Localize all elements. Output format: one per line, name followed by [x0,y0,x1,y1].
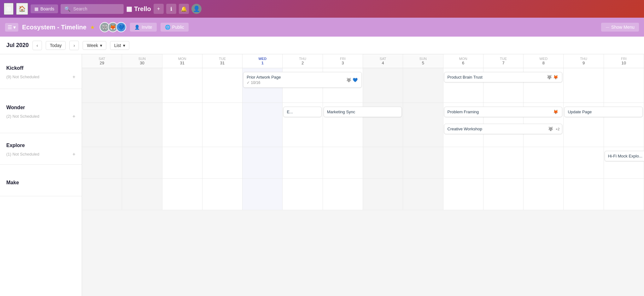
day-header-11: WED 8 [524,54,564,68]
card-avatar: 🦊 [552,74,559,81]
boards-button[interactable]: ▦ Boards [31,4,58,13]
wonder-title[interactable]: Wonder [6,105,75,110]
chevron-down-icon: ▾ [100,43,102,48]
cell-explore-5 [283,147,323,178]
kickoff-subtitle: (9) Not Scheduled + [0,73,82,84]
star-icon[interactable]: ★ [90,24,95,30]
cell-kickoff-13 [604,68,644,103]
notifications-button[interactable]: 🔔 [179,4,189,14]
event-card[interactable]: Problem Framing🦊 [444,107,563,117]
home-icon[interactable]: 🏠 [16,3,28,15]
explore-add-icon[interactable]: + [73,151,75,157]
card-title: Marketing Sync [327,110,399,114]
cell-explore-2 [162,147,202,178]
today-button[interactable]: Today [46,41,66,50]
day-name: MON [164,57,201,61]
next-arrow[interactable]: › [69,41,79,50]
add-button[interactable]: + [154,4,164,14]
card-title: E... [287,110,318,114]
cell-explore-11 [524,147,564,178]
event-card[interactable]: Hi-Fi Mock Explo... [605,151,644,161]
search-box[interactable]: 🔍 [61,4,124,14]
day-num: 7 [485,61,522,65]
grid-menu-icon[interactable]: ⊞ [4,3,14,15]
card-title: Product Brain Trust [448,75,559,80]
trello-logo-text: Trello [134,5,151,13]
calendar-grid: SAT 29SUN 30MON 31TUE 31WED 1THU 2FRI 3S… [82,54,644,210]
grid-row-explore: Hi-Fi Mock Explo... [82,147,644,179]
day-num: 29 [83,61,120,65]
day-num: 6 [445,61,482,65]
cell-wonder-8 [403,103,443,147]
cell-make-9 [443,179,483,210]
day-name: SAT [364,57,401,61]
board-title[interactable]: Ecosystem - Timeline [22,24,86,31]
board-header: ☰ ▾ Ecosystem - Timeline ★ 🐺 🦊 💙 👤 Invit… [0,18,644,37]
invite-button[interactable]: 👤 Invite [130,23,156,32]
kickoff-title[interactable]: Kickoff [6,65,75,71]
week-label: Week [87,43,98,48]
week-dropdown[interactable]: Week ▾ [83,41,106,50]
search-input[interactable] [73,6,117,11]
explore-not-scheduled: (1) Not Scheduled [6,152,39,157]
kickoff-header: Kickoff [0,59,82,73]
day-name: THU [565,57,602,61]
day-num: 8 [525,61,562,65]
prev-arrow[interactable]: ‹ [32,41,42,50]
workspace-switcher[interactable]: ☰ ▾ [5,23,18,32]
explore-subtitle: (1) Not Scheduled + [0,150,82,162]
invite-label: Invite [142,25,152,30]
event-card[interactable]: Creative Workshop🐺+2 [444,124,563,134]
timeline-body: Kickoff (9) Not Scheduled + Wonder (2) N… [0,54,644,296]
day-name: FRI [324,57,361,61]
cell-wonder-0 [82,103,122,147]
kickoff-add-icon[interactable]: + [73,74,75,80]
info-button[interactable]: ℹ [166,4,176,14]
event-card[interactable]: E... [283,107,321,117]
event-card[interactable]: Marketing Sync [324,107,402,117]
cell-explore-3 [202,147,243,178]
sidebar-group-explore: Explore (1) Not Scheduled + [0,133,82,165]
boards-label: Boards [40,6,54,11]
chevron-down-icon: ▾ [123,43,125,48]
grid-row-make [82,179,644,210]
list-dropdown[interactable]: List ▾ [110,41,129,50]
cell-explore-8 [403,147,443,178]
cell-wonder-1 [122,103,162,147]
event-card[interactable]: Product Brain Trust🐺🦊 [444,72,563,82]
day-num: 4 [364,61,401,65]
month-title: Jul 2020 [6,42,29,49]
cell-make-4 [243,179,283,210]
user-avatar[interactable]: 👤 [191,4,202,14]
cell-wonder-2 [162,103,202,147]
day-num: 30 [123,61,161,65]
card-title: Hi-Fi Mock Explo... [608,154,644,158]
explore-title[interactable]: Explore [6,143,75,148]
day-headers: SAT 29SUN 30MON 31TUE 31WED 1THU 2FRI 3S… [82,54,644,68]
cell-make-13 [604,179,644,210]
member-avatar-3[interactable]: 💙 [116,22,126,32]
day-header-10: TUE 7 [483,54,524,68]
cell-kickoff-7 [363,68,403,103]
cell-explore-10 [483,147,524,178]
card-avatars: 🐺🦊 [546,74,559,81]
card-avatar: 🦊 [552,108,559,116]
make-title[interactable]: Make [6,180,75,186]
cell-explore-7 [363,147,403,178]
day-num: 1 [244,61,281,65]
wonder-add-icon[interactable]: + [73,114,75,119]
cell-make-11 [524,179,564,210]
show-menu-button[interactable]: ··· Show Menu [601,23,639,32]
day-num: 2 [284,61,321,65]
cell-wonder-3 [202,103,243,147]
search-icon: 🔍 [64,6,71,12]
day-name: WED [244,57,281,61]
globe-icon: 🌐 [165,25,170,30]
public-button[interactable]: 🌐 Public [161,23,189,32]
trello-logo-icon: ▦ [126,5,132,13]
day-num: 5 [404,61,442,65]
card-title: Prior Artwork Page [247,75,358,80]
event-card[interactable]: Prior Artwork Page✓ 10/16🐺💙 [243,72,362,88]
event-card[interactable]: Update Page [564,107,643,117]
card-title: Update Page [568,110,639,114]
